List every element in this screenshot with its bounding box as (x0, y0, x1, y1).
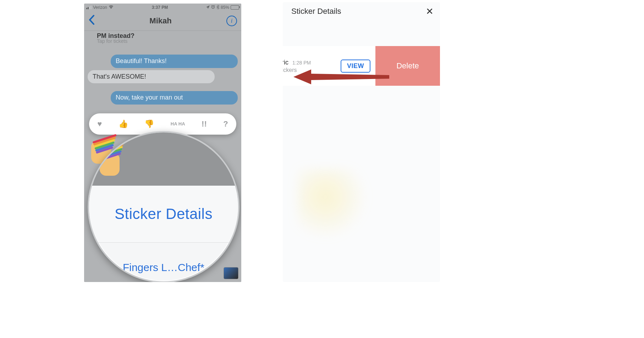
phone-screenshot-left: Verizon 3:37 PM 85% Mikah i (84, 4, 241, 282)
bluetooth-icon (216, 5, 219, 10)
sticker-row[interactable]: ilpatric 1:28 PM ertStickers VIEW Delete (283, 46, 440, 86)
location-icon (206, 5, 210, 10)
tapback-haha-icon[interactable]: HA HA (171, 122, 185, 126)
tapback-emphasize-icon[interactable]: !! (202, 119, 207, 129)
sticker-info: ilpatric 1:28 PM ertStickers (283, 59, 341, 73)
tapback-question-icon[interactable]: ? (223, 119, 228, 129)
context-menu-bottom-label: Fingers L…Chef* (123, 261, 204, 274)
tapback-thumbs-down-icon[interactable]: 👎 (144, 119, 154, 129)
message-bubble-received[interactable]: That's AWESOME! (88, 70, 215, 84)
view-button[interactable]: VIEW (341, 60, 370, 73)
carrier-label: Verizon (93, 5, 107, 10)
sheet-title: Sticker Details (291, 7, 341, 16)
sheet-header: Sticker Details ✕ (283, 2, 440, 21)
app-switcher-thumb (224, 267, 238, 279)
sent-time: 1:28 PM (292, 60, 311, 66)
nav-title: Mikah (149, 16, 171, 26)
close-button[interactable]: ✕ (426, 6, 434, 17)
sticker-details-label: Sticker Details (115, 205, 213, 222)
sticker-pack-name: ertStickers (283, 67, 341, 73)
signal-bars-icon (86, 6, 92, 9)
delete-button[interactable]: Delete (375, 46, 440, 86)
message-bubble-sent[interactable]: Beautiful! Thanks! (111, 55, 238, 68)
status-bar: Verizon 3:37 PM 85% (84, 4, 241, 11)
zoom-loupe: Sticker Details Fingers L…Chef* (88, 131, 240, 282)
message-bubble-sent[interactable]: Now, take your man out (111, 91, 238, 105)
wifi-icon (109, 5, 114, 10)
status-time: 3:37 PM (114, 5, 206, 10)
sticker-details-option[interactable]: Sticker Details (89, 186, 238, 243)
context-menu-bottom-row[interactable]: Fingers L…Chef* (89, 243, 238, 282)
details-info-button[interactable]: i (226, 16, 237, 26)
sender-name: ilpatric (283, 59, 288, 66)
battery-icon (231, 5, 239, 10)
nav-bar: Mikah i (84, 11, 241, 31)
phone-screenshot-right: Sticker Details ✕ ilpatric 1:28 PM ertSt… (283, 2, 440, 282)
tapback-thumbs-up-icon[interactable]: 👍 (119, 119, 128, 129)
background-blur-blob (297, 169, 368, 240)
message-subtext: Tap for tickets (97, 38, 238, 44)
back-button[interactable] (88, 15, 95, 28)
tapback-heart-icon[interactable]: ♥ (97, 119, 102, 129)
battery-pct: 85% (221, 5, 229, 10)
alarm-icon (211, 5, 215, 10)
message-list: PM instead? Tap for tickets Beautiful! T… (84, 31, 241, 105)
